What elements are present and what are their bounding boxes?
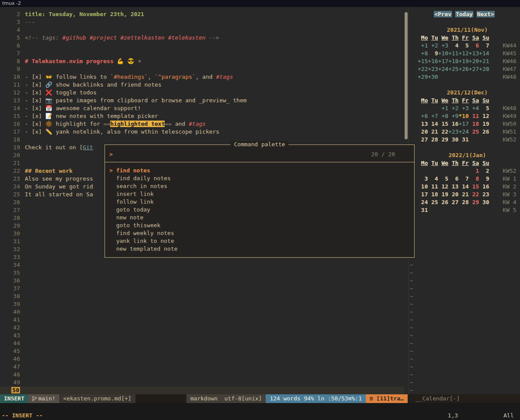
calendar-day[interactable]: +28 <box>479 65 489 73</box>
calendar-day[interactable]: +7 <box>428 112 438 120</box>
calendar-day[interactable]: +6 <box>418 112 428 120</box>
calendar-day[interactable]: 25 <box>469 128 479 136</box>
editor-line[interactable]: 39 <box>0 300 404 308</box>
editor-line[interactable]: 44 <box>0 339 404 347</box>
calendar-day[interactable]: +12 <box>459 50 469 57</box>
calendar-day[interactable]: 26 <box>438 198 448 206</box>
calendar-day[interactable]: 14 <box>459 183 469 191</box>
calendar-day[interactable]: +24 <box>459 128 469 136</box>
calendar-day[interactable]: 15 <box>469 183 479 191</box>
calendar-day[interactable]: 13 <box>418 120 428 128</box>
calendar-day[interactable]: *10 <box>459 112 469 120</box>
calendar-day[interactable]: +25 <box>448 65 458 73</box>
calendar-day[interactable]: 20 <box>448 191 458 198</box>
calendar-day[interactable]: +17 <box>459 120 469 128</box>
calendar-day[interactable]: 11 <box>469 112 479 120</box>
calendar-day[interactable]: +8 <box>438 112 448 120</box>
calendar-day[interactable]: 5 <box>459 42 469 50</box>
palette-item[interactable]: goto today <box>105 206 414 214</box>
editor-line[interactable]: 11- [x] 🔗 show backlinks and friend note… <box>0 81 404 89</box>
calendar-day[interactable]: +1 <box>418 42 428 50</box>
palette-item[interactable]: search in notes <box>105 182 414 190</box>
calendar-day[interactable]: 23 <box>479 191 489 198</box>
editor-line[interactable]: 2title: Tuesday, November 23th, 2021 <box>0 10 404 18</box>
calendar-prev-button[interactable]: <Prev <box>434 11 452 17</box>
editor-line[interactable]: 17- [x] ✏️ yank notelink, also from wthi… <box>0 128 404 136</box>
calendar-day[interactable]: 17 <box>418 191 428 198</box>
calendar-day[interactable]: 6 <box>469 42 479 50</box>
editor-line[interactable]: 12- [x] ❌ toggle todos <box>0 89 404 97</box>
calendar-day[interactable]: 14 <box>428 120 438 128</box>
editor-line[interactable]: 50 <box>0 386 404 394</box>
calendar-day[interactable]: +2 <box>448 104 458 112</box>
calendar-day[interactable]: +17 <box>438 57 448 65</box>
calendar-day[interactable]: 30 <box>448 136 458 144</box>
editor-line[interactable]: 38 <box>0 292 404 300</box>
calendar-day[interactable]: 9 <box>479 175 489 183</box>
calendar-day[interactable]: 27 <box>448 198 458 206</box>
editor-line[interactable]: 47 <box>0 363 404 371</box>
calendar-day[interactable]: 6 <box>448 175 458 183</box>
calendar-day[interactable]: 21 <box>428 128 438 136</box>
calendar-day[interactable]: 15 <box>438 120 448 128</box>
editor-line[interactable]: 7 <box>0 50 404 57</box>
editor-line[interactable]: 40 <box>0 308 404 316</box>
calendar-day[interactable]: 29 <box>469 198 479 206</box>
calendar-day[interactable]: 18 <box>428 191 438 198</box>
palette-item[interactable]: find weekly notes <box>105 229 414 237</box>
calendar-day[interactable]: 7 <box>479 42 489 50</box>
calendar-day[interactable]: 24 <box>418 198 428 206</box>
calendar-day[interactable]: 20 <box>418 128 428 136</box>
editor-line[interactable]: 46 <box>0 355 404 363</box>
calendar-day[interactable]: +24 <box>438 65 448 73</box>
calendar-day[interactable]: 11 <box>428 183 438 191</box>
calendar-day[interactable]: +8 <box>418 50 428 57</box>
editor-line[interactable]: 35 <box>0 269 404 277</box>
calendar-day[interactable]: 1 <box>469 167 479 175</box>
editor-line[interactable]: 6 <box>0 42 404 50</box>
calendar-day[interactable]: 10 <box>418 183 428 191</box>
calendar-day[interactable]: +22 <box>418 65 428 73</box>
calendar-day[interactable]: 7 <box>459 175 469 183</box>
editor-line[interactable]: 3--- <box>0 18 404 26</box>
palette-item[interactable]: yank link to note <box>105 237 414 245</box>
calendar-day[interactable]: 8 <box>469 175 479 183</box>
palette-item[interactable]: find daily notes <box>105 175 414 182</box>
calendar-day[interactable]: 31 <box>418 206 428 214</box>
calendar-day[interactable]: 28 <box>459 198 469 206</box>
editor-line[interactable]: 18 <box>0 136 404 144</box>
calendar-day[interactable]: +3 <box>438 42 448 50</box>
calendar-day[interactable]: +2 <box>428 42 438 50</box>
calendar-day[interactable]: +16 <box>428 57 438 65</box>
palette-item[interactable]: insert link <box>105 190 414 198</box>
calendar-day[interactable]: +10 <box>438 50 448 57</box>
editor-line[interactable]: 8# Telekasten.nvim progress 💪 😎 ⚡ <box>0 57 404 65</box>
editor-line[interactable]: 41 <box>0 316 404 324</box>
calendar-day[interactable]: 4 <box>428 175 438 183</box>
editor-line[interactable]: 37 <box>0 285 404 292</box>
editor-line[interactable]: 9 <box>0 65 404 73</box>
calendar-day[interactable]: 16 <box>448 120 458 128</box>
editor-line[interactable]: 34 <box>0 261 404 269</box>
calendar-day[interactable]: 5 <box>438 175 448 183</box>
calendar-day[interactable]: +20 <box>469 57 479 65</box>
calendar-day[interactable]: +23 <box>448 128 458 136</box>
calendar-day[interactable]: 12 <box>479 112 489 120</box>
palette-item[interactable]: follow link <box>105 198 414 206</box>
editor-line[interactable]: 45 <box>0 347 404 355</box>
calendar-day[interactable]: 22 <box>469 191 479 198</box>
command-line[interactable]: :lua require('telekasten').panel() <box>0 403 520 411</box>
editor-line[interactable]: 16- [x] 🔆 highlight for ==highlighted te… <box>0 120 404 128</box>
calendar-day[interactable]: +1 <box>438 104 448 112</box>
palette-item[interactable]: new note <box>105 214 414 222</box>
palette-item[interactable]: new templated note <box>105 245 414 253</box>
calendar-day[interactable]: 12 <box>438 183 448 191</box>
palette-item[interactable]: goto thisweek <box>105 222 414 229</box>
calendar-day[interactable]: +15 <box>418 57 428 65</box>
calendar-day[interactable]: 27 <box>418 136 428 144</box>
editor-line[interactable]: 15- [x] 📝 new notes with template picker <box>0 112 404 120</box>
calendar-day[interactable]: +19 <box>459 57 469 65</box>
calendar-day[interactable]: +23 <box>428 65 438 73</box>
editor-line[interactable]: 14- [x] 📅 awesome calendar support! <box>0 104 404 112</box>
editor-line[interactable]: 48 <box>0 371 404 379</box>
